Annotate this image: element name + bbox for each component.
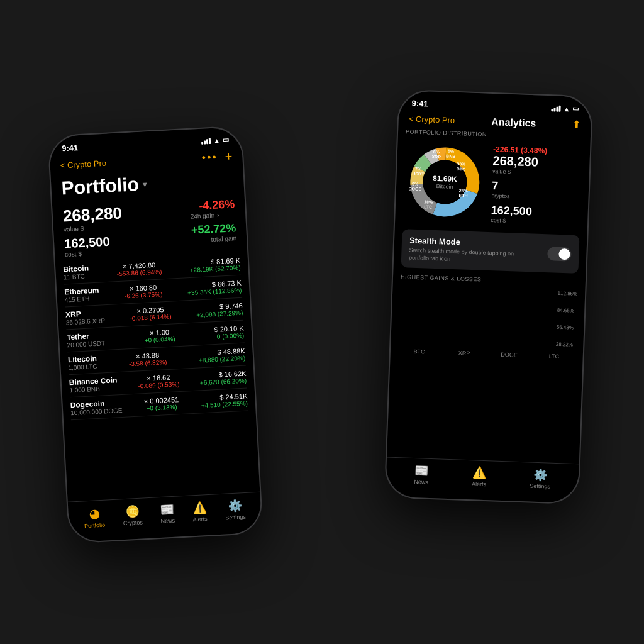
analytics-content: PORTFOLIO DISTRIBUTION bbox=[387, 128, 591, 464]
portfolio-screen: 9:41 ▲ ▭ < Crypto Pro ••• + bbox=[48, 126, 262, 542]
back-button-right[interactable]: < Crypto Pro bbox=[409, 114, 455, 125]
alerts-icon: ⚠️ bbox=[192, 501, 207, 515]
bar-chart: BTC XRP DOGE bbox=[398, 285, 578, 360]
gain-24h-label: 24h gain bbox=[190, 212, 214, 220]
svg-text:5%: 5% bbox=[448, 149, 455, 153]
svg-text:BNB: BNB bbox=[446, 153, 455, 158]
nav-portfolio-label: Portfolio bbox=[84, 522, 106, 530]
portfolio-icon: ◕ bbox=[89, 506, 100, 521]
settings-icon-right: ⚙️ bbox=[533, 468, 548, 482]
donut-section: 30% BTC 25% ETH 18% LTC 9% DOGE 7% USDT … bbox=[402, 140, 582, 228]
y-label-2: 84.65% bbox=[557, 308, 577, 314]
donut-value: 81.69K bbox=[433, 174, 457, 184]
donut-center: 81.69K Bitcoin bbox=[433, 174, 458, 190]
nav-settings-label: Settings bbox=[225, 514, 246, 521]
bar-label-ltc: LTC bbox=[549, 353, 560, 360]
share-icon[interactable]: ⬆ bbox=[572, 119, 581, 131]
stealth-desc: Switch stealth mode by double tapping on… bbox=[409, 247, 535, 266]
nav-alerts-label: Alerts bbox=[192, 516, 208, 523]
svg-text:XRP: XRP bbox=[431, 155, 441, 160]
bar-label-doge: DOGE bbox=[501, 352, 518, 358]
toggle-knob bbox=[558, 248, 570, 260]
svg-text:LTC: LTC bbox=[424, 204, 432, 209]
svg-text:DOGE: DOGE bbox=[408, 186, 421, 191]
portfolio-title: Portfolio bbox=[61, 175, 140, 197]
summary-right: -4.26% 24h gain › +52.72% total gain bbox=[189, 197, 237, 252]
bar-xrp-green bbox=[447, 348, 481, 350]
nav-settings-label-right: Settings bbox=[530, 482, 550, 489]
scene: 9:41 ▲ ▭ < Crypto Pro ••• + bbox=[39, 55, 605, 589]
svg-text:7%: 7% bbox=[415, 167, 422, 171]
svg-text:18%: 18% bbox=[424, 199, 433, 204]
portfolio-summary: 268,280 value $ 162,500 cost $ -4.26% 24… bbox=[52, 193, 248, 262]
analytics-stats: -226.51 (3.48%) 268,280 value $ 7 crypto… bbox=[491, 145, 582, 226]
analytics-title: Analytics bbox=[491, 116, 536, 128]
signal-icon-right bbox=[551, 105, 560, 112]
dropdown-chevron[interactable]: ▾ bbox=[142, 179, 147, 189]
nav-cryptos[interactable]: 🪙 Cryptos bbox=[122, 504, 143, 527]
nav-alerts-label-right: Alerts bbox=[472, 480, 486, 487]
bar-group-doge: DOGE bbox=[488, 350, 531, 358]
nav-settings[interactable]: ⚙️ Settings bbox=[225, 499, 246, 521]
status-icons-right: ▲ ▭ bbox=[551, 104, 579, 113]
y-axis-labels: 112.86% 84.65% 56.43% 28.22% bbox=[556, 291, 578, 348]
nav-cryptos-label: Cryptos bbox=[123, 519, 143, 526]
status-time-right: 9:41 bbox=[411, 99, 428, 109]
stealth-row: Stealth Mode Switch stealth mode by doub… bbox=[409, 236, 572, 267]
bar-btc-green bbox=[402, 347, 436, 348]
wifi-icon-left: ▲ bbox=[213, 136, 221, 145]
bar-label-btc: BTC bbox=[413, 348, 425, 355]
nav-settings-right[interactable]: ⚙️ Settings bbox=[530, 467, 551, 489]
bottom-nav-right: 📰 News ⚠️ Alerts ⚙️ Settings bbox=[386, 457, 579, 504]
gain-24h: -4.26% bbox=[189, 197, 235, 213]
nav-news-right[interactable]: 📰 News bbox=[414, 464, 429, 486]
add-button[interactable]: + bbox=[225, 149, 233, 164]
donut-chart: 30% BTC 25% ETH 18% LTC 9% DOGE 7% USDT … bbox=[402, 140, 487, 224]
alerts-icon-right: ⚠️ bbox=[472, 465, 487, 480]
news-icon: 📰 bbox=[160, 502, 174, 517]
stealth-toggle[interactable] bbox=[547, 247, 572, 261]
svg-text:30%: 30% bbox=[457, 162, 466, 167]
svg-text:BTC: BTC bbox=[457, 167, 466, 171]
nav-news-label-right: News bbox=[414, 479, 428, 486]
signal-icon-left bbox=[201, 137, 211, 144]
gains-losses-section: HIGHEST GAINS & LOSSES BTC bbox=[398, 274, 578, 360]
phone-right: 9:41 ▲ ▭ < Crypto Pro Analytics ⬆ bbox=[384, 89, 593, 504]
svg-text:9%: 9% bbox=[412, 182, 419, 186]
news-icon-right: 📰 bbox=[414, 464, 429, 478]
dots-menu[interactable]: ••• bbox=[201, 150, 218, 164]
stealth-section: Stealth Mode Switch stealth mode by doub… bbox=[401, 229, 580, 274]
svg-text:USDT: USDT bbox=[412, 172, 425, 177]
nav-news[interactable]: 📰 News bbox=[160, 502, 175, 525]
battery-icon-left: ▭ bbox=[223, 135, 230, 144]
gains-losses-label: HIGHEST GAINS & LOSSES bbox=[401, 274, 578, 286]
notch-right bbox=[457, 92, 533, 113]
bar-group-xrp: XRP bbox=[443, 348, 486, 357]
svg-text:6%: 6% bbox=[433, 150, 440, 154]
nav-portfolio[interactable]: ◕ Portfolio bbox=[84, 506, 106, 530]
bar-label-xrp: XRP bbox=[458, 350, 470, 357]
summary-left: 268,280 value $ 162,500 cost $ bbox=[62, 204, 124, 258]
donut-sublabel: Bitcoin bbox=[433, 183, 457, 190]
y-label-4: 28.22% bbox=[556, 341, 576, 348]
bar-group-btc: BTC bbox=[398, 347, 441, 355]
bar-group-ltc: LTC bbox=[533, 352, 575, 360]
nav-alerts-right[interactable]: ⚠️ Alerts bbox=[472, 465, 487, 487]
cryptos-icon: 🪙 bbox=[125, 504, 140, 519]
svg-text:25%: 25% bbox=[459, 188, 469, 193]
analytics-screen: 9:41 ▲ ▭ < Crypto Pro Analytics ⬆ bbox=[386, 91, 592, 503]
settings-icon: ⚙️ bbox=[228, 499, 242, 513]
y-label-1: 112.86% bbox=[558, 291, 578, 297]
wifi-icon-right: ▲ bbox=[563, 104, 570, 112]
battery-icon-right: ▭ bbox=[572, 104, 579, 113]
y-label-3: 56.43% bbox=[557, 325, 577, 331]
bar-doge-green bbox=[492, 350, 526, 352]
nav-alerts[interactable]: ⚠️ Alerts bbox=[192, 501, 208, 523]
phone-left: 9:41 ▲ ▭ < Crypto Pro ••• + bbox=[47, 125, 264, 543]
portfolio-value: 268,280 bbox=[62, 204, 122, 226]
gain-chevron: › bbox=[217, 211, 219, 218]
back-button-left[interactable]: < Crypto Pro bbox=[60, 158, 106, 170]
nav-news-label: News bbox=[160, 518, 175, 525]
svg-text:ETH: ETH bbox=[458, 193, 467, 197]
crypto-list: Bitcoin 11 BTC × 7,426.80 -553.86 (6.94%… bbox=[55, 252, 260, 501]
